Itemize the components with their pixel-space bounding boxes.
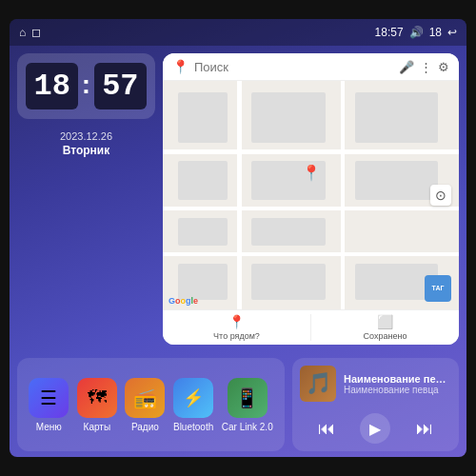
status-left-icons: ⌂ ◻ (19, 26, 41, 39)
clock-minutes: 57 (94, 63, 146, 109)
app-radio[interactable]: 📻 Радио (125, 378, 165, 432)
music-artwork: 🎵 (300, 366, 336, 402)
battery-level: 18 (429, 26, 442, 39)
map-road (237, 81, 242, 309)
map-block (178, 218, 228, 246)
music-controls: ⏮ ▶ ⏭ (292, 409, 459, 451)
volume-icon: 🔊 (409, 26, 424, 39)
map-bottom-bar: 📍 Что рядом? ⬜ Сохранено (163, 309, 459, 345)
date-string: 2023.12.26 (17, 130, 155, 142)
device-screen: ⌂ ◻ 18:57 🔊 18 ↩ 18 : 57 2023.12.26 (10, 19, 466, 457)
map-road (163, 207, 459, 210)
status-bar: ⌂ ◻ 18:57 🔊 18 ↩ (10, 19, 466, 46)
app-carlink[interactable]: 📱 Car Link 2.0 (222, 378, 273, 432)
map-road (163, 252, 459, 256)
map-navigate-button[interactable]: ТАГ (425, 275, 451, 302)
map-block (178, 264, 228, 300)
clock-sep: : (82, 69, 90, 100)
map-search-bar: 📍 🎤 ⋮ ⚙ (163, 53, 459, 81)
app-bluetooth[interactable]: ⚡ Bluetooth (173, 378, 213, 432)
next-button[interactable]: ⏭ (409, 413, 440, 444)
left-panel: 18 : 57 2023.12.26 Вторник (17, 53, 155, 345)
carlink-label: Car Link 2.0 (222, 422, 273, 432)
prev-button[interactable]: ⏮ (311, 413, 342, 444)
menu-label: Меню (36, 422, 62, 432)
map-saved-button[interactable]: ⬜ Сохранено (311, 310, 459, 345)
bluetooth-label: Bluetooth (173, 422, 213, 432)
map-block (178, 92, 228, 143)
home-icon[interactable]: ⌂ (19, 26, 26, 39)
map-location-pin: 📍 (302, 164, 321, 182)
map-area[interactable]: 📍 Google ⊙ ТАГ (163, 81, 459, 309)
clock-hours: 18 (26, 63, 77, 109)
map-zoom-button[interactable]: ⊙ (430, 185, 451, 206)
clock-widget: 18 : 57 (17, 53, 155, 119)
apps-panel: ☰ Меню 🗺 Карты 📻 Радио ⚡ Bluetooth 📱 (17, 358, 285, 451)
map-background: 📍 Google ⊙ ТАГ (163, 81, 459, 309)
nearby-label: Что рядом? (213, 331, 260, 341)
map-block (251, 92, 326, 143)
map-mic-icon[interactable]: 🎤 (399, 60, 414, 74)
nearby-icon: 📍 (228, 314, 245, 329)
map-dots-icon[interactable]: ⋮ (420, 60, 432, 74)
music-artist: Наименование певца (344, 385, 451, 395)
menu-icon: ☰ (29, 378, 69, 418)
device-outer: ⌂ ◻ 18:57 🔊 18 ↩ 18 : 57 2023.12.26 (0, 0, 476, 476)
map-road (163, 149, 459, 154)
music-text: Наименование песни Наименование певца (344, 373, 451, 395)
map-widget: 📍 🎤 ⋮ ⚙ (163, 53, 459, 345)
music-art-icon: 🎵 (306, 371, 331, 396)
map-search-input[interactable] (194, 60, 393, 74)
music-title: Наименование песни (344, 373, 451, 385)
map-nearby-button[interactable]: 📍 Что рядом? (163, 310, 310, 345)
saved-icon: ⬜ (377, 314, 393, 329)
map-road (341, 81, 345, 309)
bottom-section: ☰ Меню 🗺 Карты 📻 Радио ⚡ Bluetooth 📱 (10, 352, 466, 457)
app-maps[interactable]: 🗺 Карты (77, 378, 117, 432)
map-settings-icon[interactable]: ⚙ (438, 60, 449, 74)
status-time: 18:57 (375, 26, 404, 39)
status-right-info: 18:57 🔊 18 ↩ (375, 26, 457, 39)
radio-icon: 📻 (125, 378, 165, 418)
maps-icon: 🗺 (77, 378, 117, 418)
main-content: 18 : 57 2023.12.26 Вторник 📍 🎤 (10, 46, 466, 352)
maps-label: Карты (84, 422, 111, 432)
bluetooth-icon: ⚡ (173, 378, 213, 418)
nav-icon[interactable]: ◻ (31, 26, 41, 39)
map-block (251, 218, 326, 246)
back-icon[interactable]: ↩ (447, 26, 457, 39)
map-block (355, 92, 438, 143)
map-block (251, 264, 326, 300)
right-panel: 📍 🎤 ⋮ ⚙ (163, 53, 459, 345)
day-string: Вторник (17, 144, 155, 157)
music-panel: 🎵 Наименование песни Наименование певца … (292, 358, 459, 451)
app-menu[interactable]: ☰ Меню (29, 378, 69, 432)
map-block (355, 161, 438, 200)
map-block (178, 161, 228, 200)
map-pin-icon: 📍 (172, 59, 188, 74)
music-info: 🎵 Наименование песни Наименование певца (292, 358, 459, 409)
play-button[interactable]: ▶ (360, 413, 390, 444)
carlink-icon: 📱 (228, 378, 268, 418)
map-nav-label: ТАГ (432, 285, 445, 292)
google-logo: Google (169, 296, 198, 306)
saved-label: Сохранено (364, 331, 407, 341)
radio-label: Радио (131, 422, 159, 432)
date-info: 2023.12.26 Вторник (17, 127, 155, 161)
